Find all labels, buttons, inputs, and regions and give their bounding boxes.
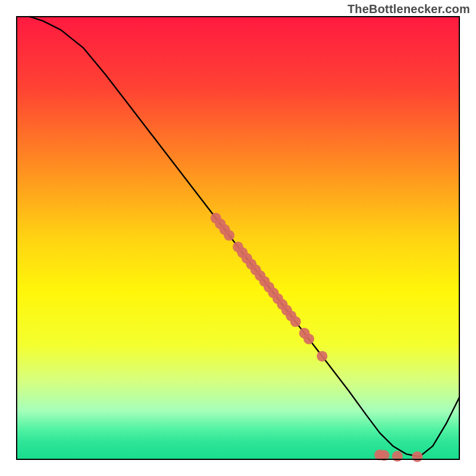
watermark-text: TheBottlenecker.com: [347, 2, 470, 16]
data-point: [412, 452, 422, 462]
data-point: [317, 351, 327, 362]
bottleneck-chart: [0, 0, 476, 476]
data-point: [290, 317, 301, 327]
data-point: [392, 451, 403, 462]
data-point: [303, 334, 314, 345]
chart-gradient-bg: [17, 17, 459, 459]
data-point: [224, 230, 234, 241]
chart-container: TheBottlenecker.com: [0, 0, 476, 476]
